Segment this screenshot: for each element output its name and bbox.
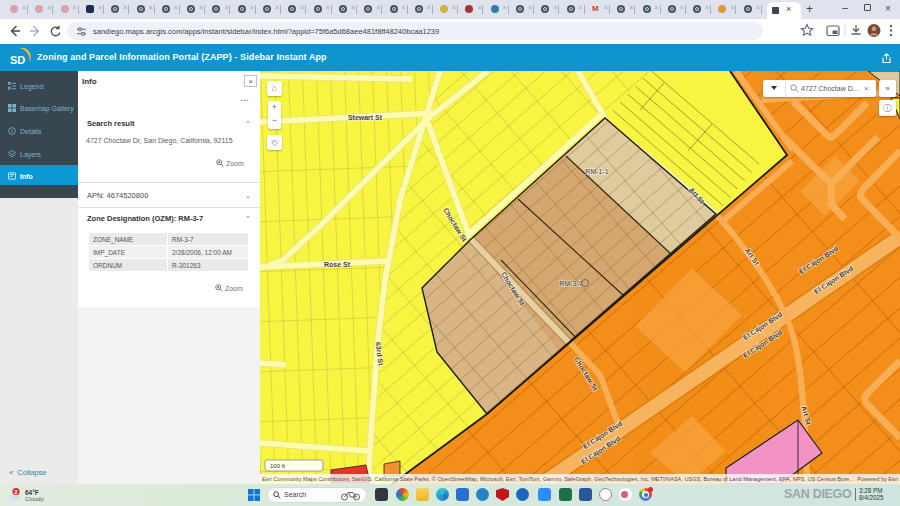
- svg-text:Stewart St: Stewart St: [348, 114, 383, 121]
- svg-text:Rose St: Rose St: [324, 261, 351, 268]
- svg-text:100 ft: 100 ft: [270, 463, 285, 469]
- svg-text:Powered by Esri: Powered by Esri: [857, 476, 898, 482]
- svg-text:Esri Community Maps Contributo: Esri Community Maps Contributors, SanGIS…: [262, 476, 854, 482]
- svg-text:RM-3-7: RM-3-7: [559, 280, 582, 287]
- svg-text:RM-1-1: RM-1-1: [585, 168, 608, 175]
- svg-text:SD: SD: [10, 54, 25, 66]
